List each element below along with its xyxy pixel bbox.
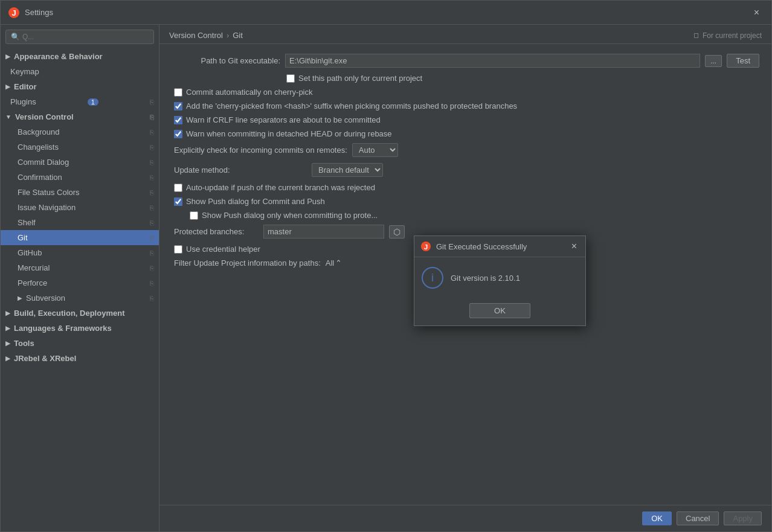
sidebar: 🔍 ▶ Appearance & Behavior Keymap ▶ Edito… xyxy=(1,25,159,531)
sidebar-item-languages[interactable]: ▶ Languages & Frameworks xyxy=(1,321,159,336)
protected-input[interactable] xyxy=(263,225,384,239)
sidebar-item-label: Issue Navigation xyxy=(18,203,76,212)
git-success-dialog[interactable]: J Git Executed Successfully × i Git vers… xyxy=(414,236,586,326)
sidebar-item-build[interactable]: ▶ Build, Execution, Deployment xyxy=(1,306,159,321)
update-select[interactable]: Branch default Merge Rebase xyxy=(312,163,383,177)
sidebar-item-appearance[interactable]: ▶ Appearance & Behavior xyxy=(1,49,159,64)
cherry-suffix-row: Add the 'cherry-picked from <hash>' suff… xyxy=(172,101,759,111)
sidebar-item-keymap[interactable]: Keymap xyxy=(1,64,159,79)
dialog-ok-button[interactable]: OK xyxy=(469,303,530,318)
sidebar-item-subversion[interactable]: ▶ Subversion ⎘ xyxy=(1,290,159,306)
copy-icon: ⎘ xyxy=(150,189,154,196)
warn-detached-label: Warn when committing in detached HEAD or… xyxy=(186,129,392,138)
breadcrumb-separator: › xyxy=(227,31,229,40)
sidebar-item-version-control[interactable]: ▼ Version Control ⎘ xyxy=(1,109,159,124)
warn-crlf-row: Warn if CRLF line separators are about t… xyxy=(172,115,759,124)
sidebar-item-issue-navigation[interactable]: Issue Navigation ⎘ xyxy=(1,200,159,215)
breadcrumb: Version Control › Git 🗌 For current proj… xyxy=(159,25,771,44)
sidebar-item-perforce[interactable]: Perforce ⎘ xyxy=(1,275,159,290)
warn-detached-checkbox[interactable] xyxy=(174,130,182,138)
filter-value-text: All xyxy=(326,258,334,268)
sidebar-item-tools[interactable]: ▶ Tools xyxy=(1,336,159,351)
sidebar-item-confirmation[interactable]: Confirmation ⎘ xyxy=(1,170,159,185)
set-path-row: Set this path only for current project xyxy=(172,74,759,83)
use-credential-checkbox[interactable] xyxy=(174,245,182,254)
dialog-title: Git Executed Successfully xyxy=(436,242,564,251)
breadcrumb-project: 🗌 For current project xyxy=(693,31,762,40)
dialog-message: Git version is 2.10.1 xyxy=(451,274,520,283)
incoming-select[interactable]: Auto Always Never xyxy=(352,143,398,157)
sidebar-item-label: Confirmation xyxy=(18,173,62,182)
chevron-right-icon: ▶ xyxy=(5,340,10,347)
dialog-close-button[interactable]: × xyxy=(569,241,579,252)
copy-icon: ⎘ xyxy=(150,249,154,257)
sidebar-item-jrebel[interactable]: ▶ JRebel & XRebel xyxy=(1,351,159,366)
sidebar-item-label: Background xyxy=(18,127,59,136)
copy-icon: ⎘ xyxy=(150,114,154,121)
sidebar-item-label: Shelf xyxy=(18,218,36,227)
plugins-badge: 1 xyxy=(88,98,98,106)
copy-icon: ⎘ xyxy=(150,280,154,287)
show-push-label: Show Push dialog for Commit and Push xyxy=(186,197,325,206)
warn-detached-row: Warn when committing in detached HEAD or… xyxy=(172,129,759,138)
use-credential-label: Use credential helper xyxy=(186,245,260,254)
sidebar-item-label: GitHub xyxy=(18,248,42,257)
auto-cherry-row: Commit automatically on cherry-pick xyxy=(172,88,759,97)
filter-value[interactable]: All ⌃ xyxy=(326,258,342,268)
chevron-right-icon: ▶ xyxy=(18,295,22,301)
sidebar-item-plugins[interactable]: Plugins 1 ⎘ xyxy=(1,94,159,109)
search-box[interactable]: 🔍 xyxy=(5,30,154,44)
sidebar-item-label: Mercurial xyxy=(18,263,50,272)
sidebar-item-editor[interactable]: ▶ Editor xyxy=(1,79,159,94)
warn-crlf-label: Warn if CRLF line separators are about t… xyxy=(186,115,381,124)
auto-cherry-checkbox[interactable] xyxy=(174,88,182,97)
ellipsis-button[interactable]: ... xyxy=(705,55,722,67)
close-button[interactable]: × xyxy=(749,5,764,21)
show-push-row: Show Push dialog for Commit and Push xyxy=(172,197,759,206)
copy-icon: ⎘ xyxy=(150,264,154,272)
set-path-label: Set this path only for current project xyxy=(298,74,422,83)
sidebar-item-label: JRebel & XRebel xyxy=(14,354,76,363)
sidebar-item-git[interactable]: Git ⎘ xyxy=(1,230,159,245)
path-input[interactable] xyxy=(285,54,700,68)
copy-icon: ⎘ xyxy=(150,204,154,211)
svg-text:J: J xyxy=(11,8,16,18)
breadcrumb-part2: Git xyxy=(233,31,243,40)
sidebar-item-background[interactable]: Background ⎘ xyxy=(1,124,159,139)
incoming-label: Explicitly check for incoming commits on… xyxy=(174,146,347,155)
dialog-info-icon: i xyxy=(422,267,443,289)
copy-icon: ⎘ xyxy=(150,159,154,166)
sidebar-item-label: Commit Dialog xyxy=(18,158,69,167)
sidebar-item-shelf[interactable]: Shelf ⎘ xyxy=(1,215,159,230)
auto-cherry-label: Commit automatically on cherry-pick xyxy=(186,88,313,97)
apply-button[interactable]: Apply xyxy=(724,511,762,525)
test-button[interactable]: Test xyxy=(727,54,759,68)
sidebar-item-changelists[interactable]: Changelists ⎘ xyxy=(1,139,159,155)
window-title: Settings xyxy=(25,8,53,17)
sidebar-item-label: Changelists xyxy=(18,143,59,152)
copy-icon: ⎘ xyxy=(150,295,154,302)
sidebar-item-label: Keymap xyxy=(10,67,39,76)
search-input[interactable] xyxy=(22,33,149,41)
set-path-checkbox[interactable] xyxy=(286,74,295,83)
sidebar-item-label: File Status Colors xyxy=(18,188,80,197)
title-bar-left: J Settings xyxy=(8,7,53,19)
sidebar-item-label: Git xyxy=(18,233,28,242)
cancel-button[interactable]: Cancel xyxy=(677,511,719,525)
git-path-row: Path to Git executable: ... Test xyxy=(172,54,759,68)
warn-crlf-checkbox[interactable] xyxy=(174,116,182,124)
ok-button[interactable]: OK xyxy=(642,511,672,525)
sidebar-item-mercurial[interactable]: Mercurial ⎘ xyxy=(1,260,159,275)
cherry-suffix-checkbox[interactable] xyxy=(174,102,182,111)
copy-icon: ⎘ xyxy=(150,129,154,136)
show-push-protected-checkbox[interactable] xyxy=(190,211,198,220)
copy-icon: ⎘ xyxy=(150,144,154,151)
copy-icon: ⎘ xyxy=(150,98,154,106)
filter-arrow-icon: ⌃ xyxy=(335,258,342,268)
sidebar-item-file-status-colors[interactable]: File Status Colors ⎘ xyxy=(1,185,159,200)
sidebar-item-github[interactable]: GitHub ⎘ xyxy=(1,245,159,260)
sidebar-item-commit-dialog[interactable]: Commit Dialog ⎘ xyxy=(1,155,159,170)
show-push-checkbox[interactable] xyxy=(174,197,182,206)
expand-button[interactable]: ⬡ xyxy=(389,225,405,239)
auto-update-checkbox[interactable] xyxy=(174,184,182,192)
